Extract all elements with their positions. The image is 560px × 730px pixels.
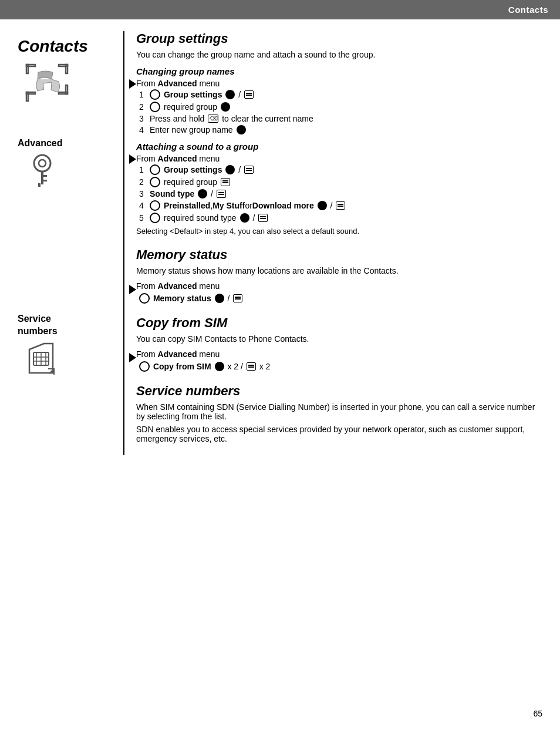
confirm-icon-1b bbox=[225, 165, 235, 174]
memory-status-step: Memory status / bbox=[136, 293, 542, 304]
memory-status-intro: Memory status shows how many locations a… bbox=[136, 266, 542, 275]
step-1b: 1 Group settings / bbox=[136, 164, 542, 175]
changing-names-block: Changing group names From Advanced menu … bbox=[136, 66, 542, 134]
confirm-icon-1a bbox=[225, 90, 235, 99]
memory-status-section: Memory status Memory status shows how ma… bbox=[136, 247, 542, 304]
step-4a: 4 Enter new group name bbox=[136, 125, 542, 134]
step-3a: 3 Press and hold to clear the current na… bbox=[136, 114, 542, 123]
step-5b: 5 required sound type / bbox=[136, 213, 542, 223]
confirm-icon-2a bbox=[221, 102, 230, 112]
attaching-sound-note: Selecting <Default> in step 4, you can a… bbox=[136, 227, 542, 236]
confirm-icon-memory bbox=[215, 294, 224, 303]
sidebar-service-section: Service numbers bbox=[18, 313, 123, 379]
sidebar-advanced-section: Advanced bbox=[18, 138, 123, 196]
service-numbers-label: Service numbers bbox=[18, 313, 123, 338]
nav-icon-5b bbox=[150, 213, 160, 223]
header-bar: Contacts bbox=[0, 0, 560, 19]
menu-icon-1b bbox=[244, 166, 254, 174]
menu-icon-5b bbox=[258, 214, 268, 222]
service-numbers-icon bbox=[23, 341, 59, 379]
nav-icon-2a bbox=[150, 102, 160, 112]
copy-from-sim-heading: Copy from SIM bbox=[136, 315, 542, 331]
service-numbers-section: Service numbers When SIM containing SDN … bbox=[136, 383, 542, 443]
confirm-icon-5b bbox=[240, 213, 249, 223]
attaching-sound-heading: Attaching a sound to a group bbox=[136, 142, 542, 152]
service-numbers-heading: Service numbers bbox=[136, 383, 542, 399]
changing-names-steps: 1 Group settings / 2 required group bbox=[136, 89, 542, 134]
arrow-copy-from-sim bbox=[129, 353, 136, 362]
service-numbers-para2: SDN enables you to access special servic… bbox=[136, 425, 542, 443]
memory-status-from: From Advanced menu bbox=[136, 281, 542, 291]
menu-icon-3b bbox=[217, 190, 226, 198]
group-settings-heading: Group settings bbox=[136, 31, 542, 46]
step-3b: 3 Sound type / bbox=[136, 189, 542, 199]
advanced-icon bbox=[26, 152, 59, 196]
step-4b: 4 Preinstalled, My Stuff or Download mor… bbox=[136, 200, 542, 211]
group-settings-section: Group settings You can change the group … bbox=[136, 31, 542, 236]
svg-rect-11 bbox=[43, 175, 47, 177]
menu-icon-memory bbox=[233, 294, 242, 302]
nav-icon-1b bbox=[150, 164, 160, 175]
menu-icon-copy bbox=[247, 362, 256, 371]
svg-rect-13 bbox=[38, 183, 41, 187]
copy-from-sim-step: Copy from SIM x 2 / x 2 bbox=[136, 361, 542, 372]
copy-from-sim-section: Copy from SIM You can copy SIM Contacts … bbox=[136, 315, 542, 372]
nav-icon-1a bbox=[150, 89, 160, 100]
copy-from-sim-intro: You can copy SIM Contacts to Phone Conta… bbox=[136, 334, 542, 344]
advanced-label: Advanced bbox=[18, 138, 123, 149]
nav-icon-4b bbox=[150, 200, 160, 211]
attaching-sound-block: Attaching a sound to a group From Advanc… bbox=[136, 142, 542, 236]
svg-point-9 bbox=[39, 160, 46, 167]
header-title: Contacts bbox=[508, 5, 548, 15]
menu-icon-2b bbox=[221, 178, 230, 186]
step-1a: 1 Group settings / bbox=[136, 89, 542, 100]
contacts-icon bbox=[23, 62, 70, 103]
svg-rect-10 bbox=[41, 171, 43, 184]
svg-point-8 bbox=[34, 155, 50, 171]
changing-names-heading: Changing group names bbox=[136, 66, 542, 76]
changing-names-from: From Advanced menu bbox=[136, 79, 542, 88]
confirm-icon-3b bbox=[198, 189, 207, 199]
copy-from-sim-from: From Advanced menu bbox=[136, 349, 542, 359]
attaching-sound-from: From Advanced menu bbox=[136, 154, 542, 163]
page-number: 65 bbox=[533, 709, 542, 718]
menu-icon-1a bbox=[244, 90, 254, 99]
memory-status-heading: Memory status bbox=[136, 247, 542, 263]
service-numbers-para1: When SIM containing SDN (Service Diallin… bbox=[136, 402, 542, 421]
nav-icon-copy bbox=[139, 361, 150, 372]
menu-icon-4b bbox=[336, 201, 345, 210]
svg-rect-12 bbox=[43, 180, 47, 181]
arrow-memory-status bbox=[129, 285, 136, 294]
copy-from-sim-from-block: From Advanced menu Copy from SIM x 2 / x… bbox=[136, 349, 542, 372]
memory-status-from-block: From Advanced menu Memory status / bbox=[136, 281, 542, 304]
nav-icon-2b bbox=[150, 177, 160, 187]
arrow-attaching-sound bbox=[129, 154, 136, 164]
attaching-sound-steps: 1 Group settings / 2 required group bbox=[136, 164, 542, 223]
clear-icon-3a bbox=[208, 115, 218, 123]
confirm-icon-4a bbox=[237, 125, 246, 134]
sidebar-contacts-title: Contacts bbox=[18, 37, 123, 56]
sidebar: Contacts Advanced bbox=[18, 31, 123, 455]
step-2a: 2 required group bbox=[136, 102, 542, 112]
arrow-changing-names bbox=[129, 79, 136, 89]
group-settings-intro: You can change the group name and attach… bbox=[136, 50, 542, 59]
content-area: Group settings You can change the group … bbox=[123, 31, 542, 455]
confirm-icon-copy bbox=[215, 362, 224, 371]
confirm-icon-4b bbox=[318, 201, 327, 210]
nav-icon-memory bbox=[139, 293, 150, 304]
step-2b: 2 required group bbox=[136, 177, 542, 187]
